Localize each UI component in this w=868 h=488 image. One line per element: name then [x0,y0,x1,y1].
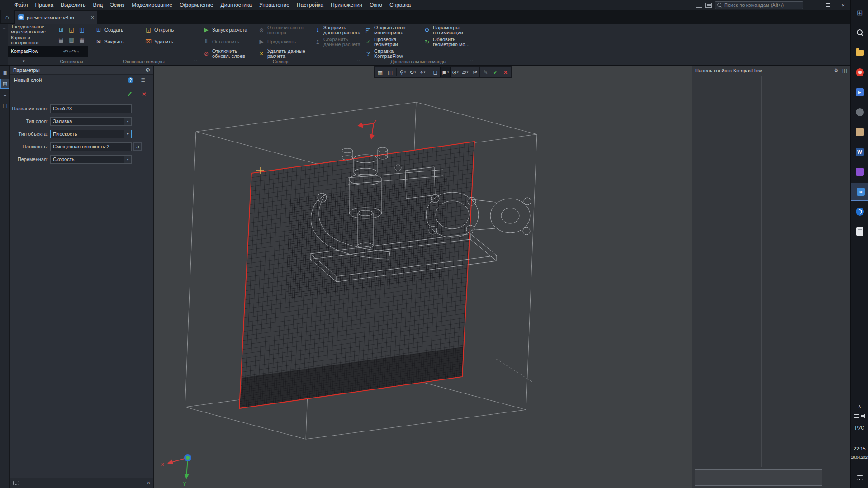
layout-panel-icon[interactable]: ◫ [1,101,9,110]
viewport-3d-scene[interactable]: X Y [154,66,692,488]
menu-item[interactable]: Файл [11,0,32,10]
viewport[interactable]: X Y ▦ ◫ ⚲▾ ↻▾ ⌖▾ ◻ ▣▾ ⊙▾ ▱▾ ✂ ≣ ▤ ▼▾ ✎ ✓… [154,66,692,488]
accept-icon[interactable]: ✓ [491,67,500,77]
orientation-triad[interactable]: X Y [161,454,191,487]
zoom-icon[interactable]: ⚲▾ [398,67,408,77]
menu-item[interactable]: Правка [32,0,57,10]
task-view-button[interactable]: ⊞ [851,4,868,22]
create-button[interactable]: ⊞ Создать [95,26,123,33]
chevron-down-icon[interactable]: ▾ [124,156,131,163]
orbit-icon[interactable]: ↻▾ [408,67,417,77]
hide-objects-icon[interactable]: ⊙▾ [451,67,460,77]
properties-preview-box[interactable] [695,469,822,486]
orientation-icon[interactable]: ⌖▾ [418,67,427,77]
workspace-tab-kompasflow[interactable]: KompasFlow [8,46,54,57]
maximize-button[interactable] [821,0,834,9]
close-project-button[interactable]: ⊠ Закрыть [95,38,123,45]
save-document-icon[interactable]: ◫ [78,26,86,34]
parameters-panel-icon[interactable]: ▤ [1,79,9,88]
volume-icon[interactable] [861,415,863,417]
chevron-down-icon[interactable]: ▾ [124,130,131,138]
operation-tree-icon[interactable]: ≣ [141,77,145,83]
properties-icon[interactable]: ▦ [78,36,86,44]
menu-item[interactable]: Моделирование [128,0,176,10]
language-indicator[interactable]: РУС [851,426,868,431]
menu-panel-icon[interactable]: ≡ [1,90,9,99]
notepad-button[interactable] [851,223,868,241]
layer-type-select[interactable]: Заливка ▾ [50,117,132,126]
clip-icon[interactable]: ✂ [470,67,480,77]
properties-pin-icon[interactable]: ◫ [842,67,847,74]
minimize-button[interactable] [806,0,819,9]
word-button[interactable]: W [851,143,868,161]
taskbar-search-button[interactable] [851,24,868,42]
delete-project-button[interactable]: ⌧ Удалить [145,38,173,45]
message-close-icon[interactable]: × [147,480,150,486]
menu-item[interactable]: Вид [89,0,106,10]
display-mode-icon[interactable] [705,3,712,8]
kompasflow-taskbar-button[interactable]: ≈ [851,183,868,201]
print-icon[interactable]: ▤ [57,36,65,44]
check-geometry-button[interactable]: ✓ Проверкагеометрии [365,37,398,47]
movies-app-button[interactable]: ▶ [851,83,868,101]
object-type-select[interactable]: Плоскость ▾ [50,130,132,138]
command-search-box[interactable] [715,1,803,9]
screen-layout-icon[interactable] [696,3,702,8]
disconnect-solver-button[interactable]: ⊗ Отключиться отсолвера [258,25,304,35]
wireframe-cube-icon[interactable]: ◻ [431,67,440,77]
notification-center-button[interactable] [851,469,868,487]
menu-item[interactable]: Диагностика [217,0,256,10]
layer-name-input[interactable] [50,104,132,113]
clock-date[interactable]: 18.04.2025 [851,455,868,460]
continue-calculation-button[interactable]: ▶ Продолжить [258,38,296,45]
operation-help-icon[interactable]: ? [128,77,133,83]
menu-item[interactable]: Приложения [327,0,366,10]
grid-snap-icon[interactable]: ▦ [375,67,385,77]
abort-icon[interactable]: × [501,67,510,77]
command-search-input[interactable] [724,2,801,8]
model-tree-panel-icon[interactable]: ≣ [1,68,9,77]
undo-icon[interactable]: ↶ [63,48,68,55]
shading-mode-icon[interactable]: ▣▾ [441,67,450,77]
variable-select[interactable]: Скорость ▾ [50,155,132,164]
eyedropper-icon[interactable]: ✎ [481,67,490,77]
ribbon-menu-icon[interactable]: ≡ [0,24,8,65]
redo-icon[interactable]: ↷ [71,48,76,55]
home-button[interactable]: ⌂ [1,10,14,23]
tab-close-icon[interactable]: × [91,14,94,21]
mesh-section-plane[interactable] [239,142,474,408]
confirm-operation-button[interactable]: ✓ [127,90,133,98]
construction-plane-icon[interactable]: ◫ [385,67,395,77]
purple-app-button[interactable] [851,163,868,181]
network-icon[interactable] [854,414,859,418]
menu-item[interactable]: Управление [256,0,293,10]
workspace-tab-wireframe-surfaces[interactable]: Каркас и поверхности [8,35,54,46]
show-hidden-icons-button[interactable]: ∧ [851,404,868,409]
open-project-button[interactable]: ◱ Открыть [145,26,174,33]
section-view-icon[interactable]: ▱▾ [460,67,470,77]
section-grip[interactable]: ∷ [470,59,473,64]
gray-app-button[interactable] [851,103,868,121]
close-window-button[interactable]: × [837,0,849,9]
section-grip[interactable]: ∷ [194,59,197,64]
chevron-down-icon[interactable]: ▾ [124,118,131,125]
document-tab[interactable]: расчет компас v3.m... × [15,11,97,24]
disable-layer-update-button[interactable]: ⊘ Отключитьобновл. слоев [203,49,245,59]
menu-item[interactable]: Выделить [57,0,89,10]
cancel-operation-button[interactable]: × [142,90,146,98]
new-document-icon[interactable]: ⊞ [57,26,65,34]
pick-plane-button[interactable]: ⊿ [133,142,142,151]
section-grip[interactable]: ∷ [85,59,88,64]
save-calculation-data-button[interactable]: ↥ Сохранитьданные расчета [314,37,360,47]
kompas3d-taskbar-button[interactable] [851,203,868,221]
optimization-parameters-button[interactable]: ⚙ Параметрыоптимизации [423,25,463,35]
section-grip[interactable]: ∷ [357,59,360,64]
menu-item[interactable]: Оформление [176,0,217,10]
collapse-ribbon-icon[interactable]: ▾ [23,59,25,63]
open-document-icon[interactable]: ◱ [67,26,76,34]
panel-settings-gear-icon[interactable]: ⚙ [145,67,150,73]
menu-item[interactable]: Справка [386,0,414,10]
delete-calculation-data-button[interactable]: × Удалить данныерасчета [258,49,305,59]
workspace-tab-solid-modeling[interactable]: Твердотельное моделирование [8,24,54,35]
stop-calculation-button[interactable]: Ⅱ Остановить [203,38,239,45]
